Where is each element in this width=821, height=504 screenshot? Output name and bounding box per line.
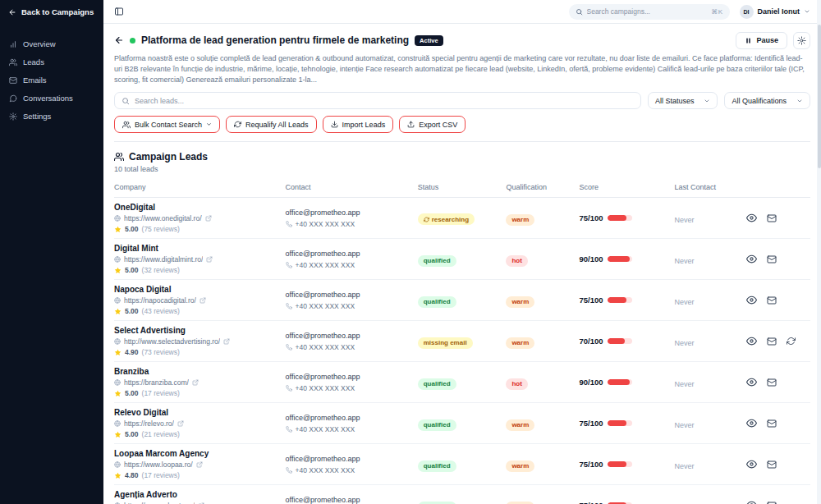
email-lead-button[interactable] [767, 337, 777, 346]
external-link-icon[interactable] [223, 338, 230, 345]
contact-email: office@prometheo.app [286, 455, 413, 463]
status-badge: qualified [418, 296, 456, 308]
score-bar-fill [608, 297, 626, 303]
refresh-icon [234, 121, 241, 128]
topbar: ⌘K DI Daniel Ionut [103, 0, 821, 24]
phone-icon [286, 262, 292, 268]
score-bar-fill [608, 256, 630, 262]
leads-search[interactable] [114, 92, 641, 109]
view-lead-button[interactable] [746, 295, 757, 305]
export-csv-button[interactable]: Export CSV [399, 116, 466, 133]
view-lead-button[interactable] [746, 336, 757, 346]
sidebar-item-label: Overview [23, 39, 56, 48]
leads-table: Company Contact Status Qualification Sco… [114, 179, 810, 504]
back-button[interactable] [114, 35, 124, 45]
campaign-description: Platforma noastră este o soluție complet… [114, 53, 810, 85]
column-header-score: Score [579, 179, 674, 198]
row-actions [746, 418, 805, 428]
chevron-down-icon [804, 8, 810, 15]
rating-value: 5.00 [125, 225, 139, 233]
globe-icon [114, 379, 121, 386]
view-lead-button[interactable] [746, 377, 757, 387]
table-row[interactable]: Relevo Digital https://relevo.ro/ 5.00 (… [114, 403, 810, 444]
search-shortcut: ⌘K [711, 8, 722, 16]
external-link-icon[interactable] [206, 256, 213, 263]
sidebar-item-leads[interactable]: Leads [8, 56, 95, 68]
sidebar-item-emails[interactable]: Emails [8, 74, 95, 86]
export-csv-label: Export CSV [419, 121, 457, 129]
company-website-link[interactable]: http://www.selectadvertising.ro/ [124, 337, 220, 346]
company-website-link[interactable]: https://branziba.com/ [124, 378, 189, 387]
company-website-link[interactable]: https://relevo.ro/ [124, 419, 174, 428]
sidebar-toggle-button[interactable] [114, 7, 124, 16]
score-value: 75/100 [579, 460, 603, 469]
campaign-settings-button[interactable] [793, 32, 810, 49]
status-filter-select[interactable]: All Statuses [648, 92, 718, 109]
bulk-contact-search-button[interactable]: Bulk Contact Search [114, 116, 220, 133]
company-website-link[interactable]: https://napocadigital.ro/ [124, 296, 196, 305]
qualification-label: warm [511, 421, 529, 428]
view-lead-button[interactable] [746, 254, 757, 264]
requalify-all-button[interactable]: Requalify All Leads [226, 116, 317, 133]
email-lead-button[interactable] [767, 501, 777, 504]
table-row[interactable]: Digital Mint https://www.digitalmint.ro/… [114, 239, 810, 280]
view-lead-button[interactable] [746, 213, 757, 223]
external-link-icon[interactable] [192, 379, 199, 386]
scrollbar-thumb[interactable] [818, 25, 821, 168]
email-lead-button[interactable] [767, 213, 777, 223]
contact-email: office@prometheo.app [286, 250, 413, 258]
campaign-search-input[interactable] [587, 7, 708, 16]
contact-phone: +40 XXX XXX XXX [296, 302, 355, 310]
status-badge: qualified [418, 378, 456, 390]
table-row[interactable]: Select Advertising http://www.selectadve… [114, 321, 810, 362]
company-website-link[interactable]: https://www.onedigital.ro/ [124, 214, 202, 222]
user-menu[interactable]: DI Daniel Ionut [740, 5, 811, 19]
qualification-label: hot [511, 380, 521, 387]
score-value: 75/100 [579, 296, 603, 305]
sidebar-item-conversations[interactable]: Conversations [8, 92, 95, 104]
external-link-icon[interactable] [205, 215, 212, 222]
view-lead-button[interactable] [746, 459, 757, 470]
company-website: https://www.digitalmint.ro/ [114, 255, 281, 263]
sidebar-item-settings[interactable]: Settings [8, 110, 95, 122]
email-lead-button[interactable] [767, 378, 777, 387]
company-rating: 5.00 (75 reviews) [114, 225, 281, 233]
score-bar-fill [608, 461, 626, 467]
email-lead-button[interactable] [767, 296, 777, 305]
external-link-icon[interactable] [177, 420, 184, 427]
external-link-icon[interactable] [196, 461, 203, 468]
table-row[interactable]: Branziba https://branziba.com/ 5.00 (17 … [114, 362, 810, 403]
sidebar-item-overview[interactable]: Overview [8, 38, 95, 50]
leads-search-input[interactable] [135, 97, 634, 105]
row-actions [746, 213, 805, 223]
pause-button[interactable]: Pause [736, 32, 787, 49]
company-website-link[interactable]: https://www.loopaa.ro/ [124, 460, 193, 469]
table-row[interactable]: OneDigital https://www.onedigital.ro/ 5.… [114, 198, 810, 239]
arrow-left-icon [8, 8, 16, 16]
table-row[interactable]: Agenția Adverto https://www.adverto.ro/ … [114, 485, 810, 504]
email-lead-button[interactable] [767, 419, 777, 428]
view-lead-button[interactable] [746, 500, 757, 504]
company-rating: 4.80 (17 reviews) [114, 471, 281, 479]
view-lead-button[interactable] [746, 418, 757, 428]
scrollbar[interactable] [817, 0, 821, 504]
contact-phone-row: +40 XXX XXX XXX [286, 425, 413, 433]
email-lead-button[interactable] [767, 254, 777, 264]
review-count: (32 reviews) [142, 266, 180, 274]
qualification-filter-select[interactable]: All Qualifications [724, 92, 810, 109]
status-label: qualified [424, 298, 451, 305]
table-row[interactable]: Loopaa Marcom Agency https://www.loopaa.… [114, 444, 810, 485]
last-contact: Never [675, 298, 695, 306]
refresh-lead-button[interactable] [787, 337, 796, 346]
import-leads-label: Import Leads [342, 121, 386, 129]
company-website-link[interactable]: https://www.digitalmint.ro/ [124, 255, 203, 263]
table-row[interactable]: Napoca Digital https://napocadigital.ro/… [114, 280, 810, 321]
external-link-icon[interactable] [200, 297, 206, 304]
score-cell: 70/100 [579, 337, 669, 346]
email-lead-button[interactable] [767, 460, 777, 470]
back-to-campaigns-button[interactable]: Back to Campaigns [8, 7, 95, 16]
rating-value: 5.00 [125, 430, 139, 438]
import-leads-button[interactable]: Import Leads [323, 116, 394, 133]
campaign-search[interactable]: ⌘K [569, 4, 730, 20]
column-header-status: Status [418, 179, 507, 198]
